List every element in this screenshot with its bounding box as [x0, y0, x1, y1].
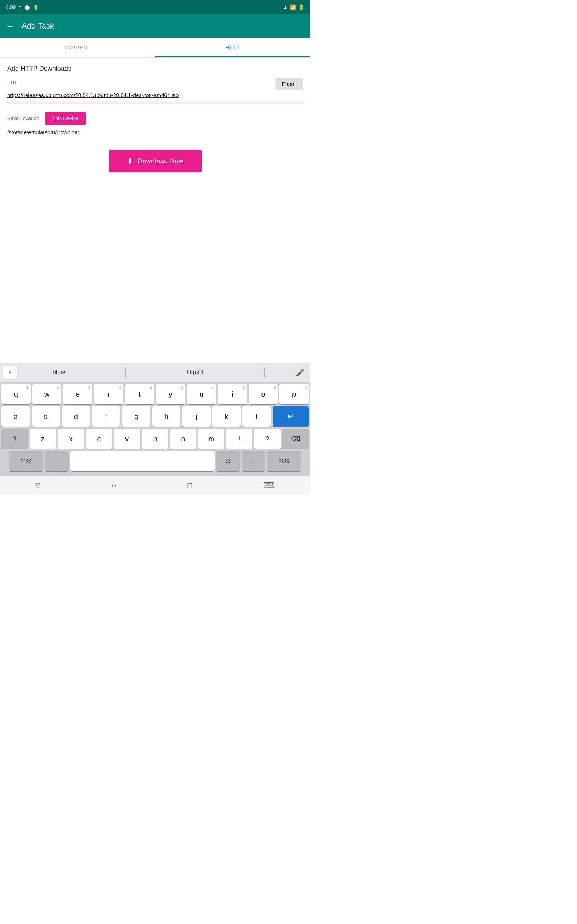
- nav-recent-button[interactable]: □: [180, 478, 199, 493]
- key-h[interactable]: h: [152, 406, 181, 426]
- keyboard-area: › https https 1 🎤 1q 2w 3e 4r 5t 6y 7u 8…: [0, 363, 310, 494]
- key-emoji[interactable]: ☺: [216, 451, 240, 472]
- key-x[interactable]: x: [58, 429, 84, 449]
- save-path: /storage/emulated/0/Download: [7, 129, 303, 135]
- url-row: URL Paste: [7, 78, 303, 90]
- key-v[interactable]: v: [114, 429, 140, 449]
- key-row-3: ⇧ z x c v b n m ! ? ⌫: [2, 429, 309, 449]
- notification-icon-p: ⬤: [24, 5, 30, 10]
- key-l[interactable]: l: [242, 406, 271, 426]
- key-r[interactable]: 4r: [94, 384, 123, 404]
- this-device-button[interactable]: This Device: [45, 112, 86, 125]
- key-b[interactable]: b: [142, 429, 168, 449]
- suggestion-divider-1: [126, 367, 126, 378]
- download-now-button[interactable]: ⬇ Download Now: [108, 150, 201, 172]
- key-s[interactable]: s: [32, 406, 60, 426]
- key-c[interactable]: c: [86, 429, 112, 449]
- save-location-label: Save Location: [7, 115, 39, 121]
- app-bar: ← Add Task: [0, 15, 310, 37]
- keyboard-rows: 1q 2w 3e 4r 5t 6y 7u 8i 9o 0p a s d f g …: [0, 382, 310, 476]
- key-row-2: a s d f g h j k l ↵: [2, 406, 309, 426]
- key-u[interactable]: 7u: [187, 384, 216, 404]
- mic-button[interactable]: 🎤: [293, 366, 307, 379]
- status-left: 4:09 A ⬤ 🔋: [6, 4, 39, 10]
- key-i[interactable]: 8i: [218, 384, 247, 404]
- suggestion-https1[interactable]: https 1: [182, 367, 208, 378]
- nav-back-button[interactable]: ▽: [28, 478, 48, 492]
- url-label: URL: [7, 78, 17, 86]
- section-title: Add HTTP Downloads: [7, 65, 303, 73]
- key-o[interactable]: 9o: [249, 384, 278, 404]
- tab-torrent[interactable]: TORRENT: [0, 37, 155, 57]
- tab-bar: TORRENT HTTP: [0, 37, 310, 58]
- battery-icon: 🔋: [298, 4, 305, 10]
- key-j[interactable]: j: [182, 406, 211, 426]
- key-g[interactable]: g: [122, 406, 150, 426]
- save-location-row: Save Location This Device: [7, 112, 303, 125]
- expand-suggestions-button[interactable]: ›: [3, 366, 17, 379]
- back-button[interactable]: ←: [6, 21, 15, 31]
- key-comma[interactable]: ,: [45, 451, 69, 472]
- key-e[interactable]: 3e: [63, 384, 92, 404]
- key-n[interactable]: n: [170, 429, 196, 449]
- key-row-1: 1q 2w 3e 4r 5t 6y 7u 8i 9o 0p: [2, 384, 309, 404]
- suggestion-bar: › https https 1 🎤: [0, 363, 310, 382]
- download-icon: ⬇: [127, 156, 134, 166]
- nav-home-button[interactable]: ○: [104, 478, 123, 493]
- paste-button[interactable]: Paste: [275, 78, 303, 90]
- key-f[interactable]: f: [92, 406, 121, 426]
- url-value[interactable]: https://releases.ubuntu.com/20.04.1/ubun…: [7, 92, 303, 98]
- download-now-label: Download Now: [138, 157, 184, 165]
- key-exclamation[interactable]: !: [226, 429, 253, 449]
- key-space[interactable]: [70, 451, 214, 472]
- key-d[interactable]: d: [62, 406, 90, 426]
- key-symbols-left[interactable]: ?123: [9, 451, 43, 472]
- key-enter[interactable]: ↵: [272, 406, 309, 426]
- notification-icon-battery: 🔋: [33, 5, 39, 10]
- suggestion-divider-2: [264, 367, 265, 378]
- key-shift-left[interactable]: ⇧: [2, 429, 28, 449]
- status-bar: 4:09 A ⬤ 🔋 ▲ 📶 🔋: [0, 0, 310, 15]
- key-z[interactable]: z: [29, 429, 56, 449]
- key-row-4: ?123 , ☺ . ?123: [2, 451, 309, 472]
- signal-icon: 📶: [290, 4, 296, 10]
- key-question[interactable]: ?: [254, 429, 280, 449]
- main-content: Add HTTP Downloads URL Paste https://rel…: [0, 58, 310, 172]
- key-m[interactable]: m: [198, 429, 224, 449]
- time: 4:09: [6, 4, 16, 10]
- key-backspace[interactable]: ⌫: [282, 429, 309, 449]
- url-underline: [7, 102, 303, 103]
- download-btn-container: ⬇ Download Now: [7, 150, 303, 172]
- app-bar-title: Add Task: [22, 21, 54, 31]
- key-period[interactable]: .: [242, 451, 265, 472]
- wifi-icon: ▲: [283, 4, 288, 10]
- key-y[interactable]: 6y: [156, 384, 185, 404]
- key-symbols-right[interactable]: ?123: [267, 451, 301, 472]
- nav-keyboard-button[interactable]: ⌨: [256, 478, 282, 493]
- key-a[interactable]: a: [2, 406, 30, 426]
- key-q[interactable]: 1q: [2, 384, 31, 404]
- key-k[interactable]: k: [213, 406, 241, 426]
- bottom-nav: ▽ ○ □ ⌨: [0, 476, 310, 494]
- suggestion-https[interactable]: https: [48, 367, 69, 378]
- notification-icon-a: A: [18, 5, 22, 10]
- key-w[interactable]: 2w: [32, 384, 62, 404]
- key-p[interactable]: 0p: [279, 384, 309, 404]
- status-right: ▲ 📶 🔋: [283, 4, 305, 10]
- suggestions-list: https https 1: [20, 367, 293, 378]
- tab-http[interactable]: HTTP: [155, 37, 310, 57]
- key-t[interactable]: 5t: [125, 384, 154, 404]
